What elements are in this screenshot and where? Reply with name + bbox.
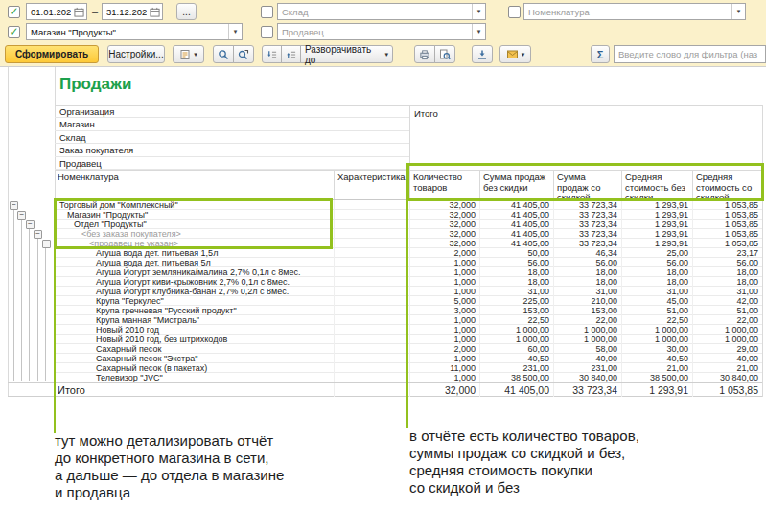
report-row[interactable]: Крупа гречневая "Русский продукт"3,00015… [55,306,762,315]
row-value-cell: 2,000 [409,248,479,258]
total-characteristic-cell [334,383,409,397]
annotation-line: и продавца [55,484,342,501]
collapse-toggle[interactable]: − [34,230,42,239]
row-value-cell: 56,00 [553,258,621,267]
collapse-toggle[interactable]: − [10,201,18,210]
nomenclature-combo[interactable]: Номенклатура ▾ [523,3,746,20]
row-value-cell: 1,000 [409,258,479,267]
row-value-cell: 33 723,34 [553,200,621,210]
report-row[interactable]: Агуша Йогурт клубника-банан 2,7% 0,2л с … [55,287,762,296]
report-row[interactable]: Крупа "Геркулес"5,000225,00210,0045,0042… [55,296,762,306]
calendar-icon[interactable] [71,4,86,19]
grouping-header-row[interactable]: Склад [55,131,409,144]
row-value-cell: 30 840,00 [692,373,762,382]
generate-button[interactable]: Сформировать [5,45,99,63]
row-value-cell: 22,00 [692,315,762,325]
grouping-header-row[interactable]: Заказ покупателя [55,144,409,156]
settings-button[interactable]: Настройки... [107,45,165,63]
row-value-cell: 40,00 [553,354,621,363]
row-value-cell: 1 000,00 [479,335,553,344]
column-header[interactable]: Характеристика [334,171,409,199]
row-value-cell: 33 723,34 [553,220,621,229]
row-value-cell: 1 000,00 [621,325,692,335]
preview-icon [439,49,451,60]
find-button[interactable] [213,45,234,63]
expand-to-button[interactable]: Разворачивать до ▾ [300,45,393,63]
date-to-field[interactable]: 31.12.2021 [102,3,163,20]
nomenclature-checkbox[interactable] [508,6,521,18]
row-characteristic-cell [334,229,409,239]
row-value-cell: 25,00 [621,248,692,258]
row-value-cell: 22,50 [479,315,553,325]
row-label: Крупа манная "Мистраль" [55,315,334,325]
report-row[interactable]: Новый 2010 год1,0001 000,001 000,001 000… [55,325,762,335]
sum-button[interactable]: Σ [591,45,610,63]
date-range-separator: – [92,6,98,17]
store-combo[interactable]: Магазин "Продукты" ▾ [26,23,243,40]
report-row[interactable]: Телевизор "JVC"1,00038 500,0030 840,0038… [55,373,762,382]
envelope-icon [506,49,519,59]
period-more-button[interactable]: ... [176,3,197,20]
grouping-header-row[interactable]: Продавец [55,157,409,170]
warehouse-combo[interactable]: Склад ▾ [277,3,486,20]
period-checkbox[interactable]: ✓ [8,6,20,18]
chevron-down-icon[interactable]: ▾ [731,4,745,19]
row-label: Сахарный песок (в пакетах) [55,363,334,373]
grouping-header-row[interactable]: Организация [55,105,409,118]
row-value-cell: 1 000,00 [621,335,692,344]
chevron-down-icon: ▾ [522,51,525,58]
annotation-right: в отчёте есть количество товаров,суммы п… [409,428,716,497]
report-row[interactable]: Сахарный песок2,00060,0058,0030,0029,00 [55,344,762,354]
date-from-field[interactable]: 01.01.2021 [26,3,87,20]
chevron-down-icon: ▾ [194,51,197,58]
calendar-icon[interactable] [147,4,162,19]
row-value-cell: 1 053,85 [692,220,762,229]
row-value-cell: 1,000 [409,287,479,296]
collapse-groups-button[interactable] [262,45,282,63]
row-value-cell: 46,34 [553,248,621,258]
report-row[interactable]: Крупа манная "Мистраль"1,00022,5022,0022… [55,315,762,325]
row-label: Агуша вода дет. питьевая 5л [55,258,334,267]
report-row[interactable]: Новый 2010 год, без штрихкодов1,0001 000… [55,335,762,344]
collapse-toggle[interactable]: − [42,240,51,248]
print-button[interactable] [414,45,435,63]
row-label: Агуша Йогурт киви-крыжовник 2,7% 0,1л с … [55,277,334,287]
find-next-button[interactable] [233,45,254,63]
seller-combo[interactable]: Продавец ▾ [277,23,486,40]
column-header[interactable]: Номенклатура [55,171,334,199]
report-row[interactable]: Сахарный песок (в пакетах)11,000231,0023… [55,363,762,373]
report-variants-button[interactable]: ▾ [173,45,204,63]
store-checkbox[interactable]: ✓ [8,26,20,38]
send-email-button[interactable]: ▾ [499,45,531,63]
expand-groups-button[interactable] [281,45,301,63]
total-row[interactable]: Итого32,00041 405,0033 723,341 293,911 0… [8,382,762,397]
row-value-cell: 18,00 [553,277,621,287]
save-button[interactable] [472,45,493,63]
collapse-toggle[interactable]: − [17,211,26,220]
report-row[interactable]: Агуша вода дет. питьевая 1,5л2,00050,004… [55,248,762,258]
report-title: Продажи [59,75,132,94]
chevron-down-icon[interactable]: ▾ [472,24,485,39]
row-characteristic-cell [334,210,409,220]
row-value-cell: 58,00 [553,344,621,354]
report-row[interactable]: Агуша Йогурт земляника/малина 2,7% 0,1л … [55,267,762,277]
grouping-header-row[interactable]: Магазин [55,118,409,130]
filter-input[interactable] [614,45,766,63]
report-row[interactable]: Сахарный песок "Экстра"1,00040,5040,0040… [55,354,762,363]
total-value-cell: 33 723,34 [553,383,621,397]
row-characteristic-cell [334,239,409,248]
collapse-groups-icon [267,49,277,60]
report-row[interactable]: Агуша вода дет. питьевая 5л1,00056,0056,… [55,258,762,267]
chevron-down-icon: ▾ [384,51,388,58]
warehouse-checkbox[interactable] [261,6,273,18]
chevron-down-icon[interactable]: ▾ [228,24,242,39]
chevron-down-icon[interactable]: ▾ [472,4,485,19]
seller-checkbox[interactable] [261,26,273,38]
row-value-cell: 18,00 [621,277,692,287]
row-label: Новый 2010 год, без штрихкодов [55,335,334,344]
row-value-cell: 40,50 [621,354,692,363]
row-value-cell: 1 000,00 [692,335,762,344]
report-row[interactable]: Агуша Йогурт киви-крыжовник 2,7% 0,1л с … [55,277,762,287]
print-preview-button[interactable] [434,45,455,63]
collapse-toggle[interactable]: − [26,220,35,229]
